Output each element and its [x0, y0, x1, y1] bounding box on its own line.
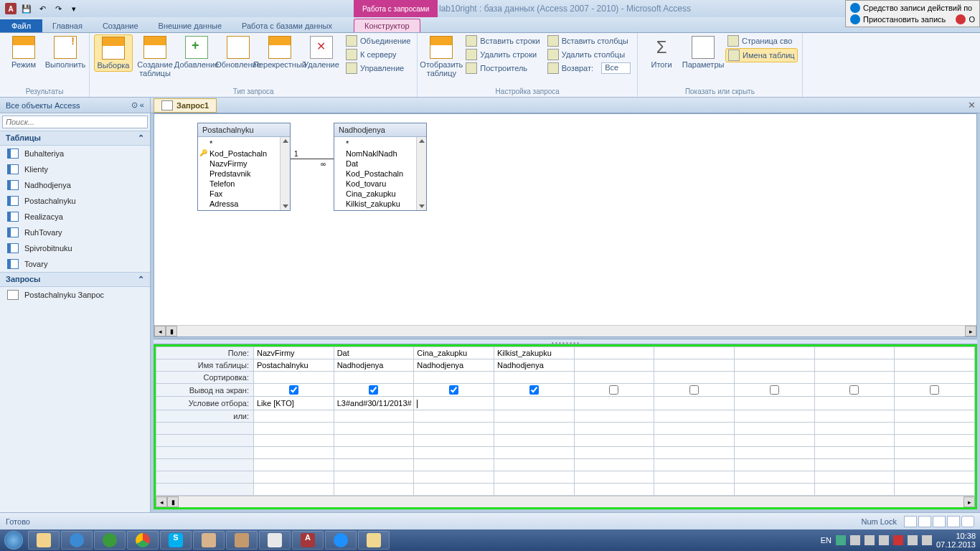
- show-checkbox[interactable]: [369, 385, 378, 395]
- qbe-cell[interactable]: [895, 434, 975, 446]
- field-row[interactable]: *: [336, 138, 425, 149]
- qbe-cell[interactable]: [574, 347, 654, 359]
- crosstab-button[interactable]: Перекрестный: [260, 34, 299, 70]
- qbe-cell[interactable]: [734, 422, 814, 434]
- undo-icon[interactable]: ↶: [36, 2, 49, 15]
- qbe-cell[interactable]: [814, 397, 895, 410]
- field-row[interactable]: Kod_Postachaln: [336, 169, 425, 179]
- qbe-cell[interactable]: [814, 471, 895, 483]
- tray-icon[interactable]: [879, 535, 889, 545]
- tray-icon[interactable]: [850, 535, 860, 545]
- show-checkbox[interactable]: [770, 385, 779, 395]
- qbe-cell[interactable]: [414, 458, 494, 471]
- doc-tab-query1[interactable]: Запрос1: [154, 98, 217, 113]
- update-button[interactable]: Обновление: [219, 34, 258, 70]
- qbe-cell[interactable]: [574, 446, 654, 458]
- qbe-cell[interactable]: [814, 359, 895, 372]
- qbe-cell[interactable]: [574, 458, 654, 471]
- qbe-cell[interactable]: [494, 422, 574, 434]
- field-row[interactable]: *: [199, 138, 288, 149]
- field-row[interactable]: Adressa: [199, 199, 288, 209]
- qbe-cell[interactable]: [414, 410, 494, 422]
- redo-icon[interactable]: ↷: [52, 2, 65, 15]
- qbe-cell[interactable]: [814, 446, 895, 458]
- qbe-cell[interactable]: [334, 458, 414, 471]
- qbe-cell[interactable]: [734, 347, 814, 359]
- show-checkbox[interactable]: [529, 385, 539, 395]
- field-list-nadhodjenya[interactable]: Nadhodjenya *NomNaklNadhDatKod_Postachal…: [334, 123, 427, 211]
- nav-table-item[interactable]: Nadhodjenya: [0, 177, 150, 193]
- tab-db-tools[interactable]: Работа с базами данных: [232, 19, 342, 32]
- scrollbar[interactable]: [280, 137, 290, 210]
- qbe-cell[interactable]: [734, 483, 814, 495]
- nav-table-item[interactable]: Realizacya: [0, 209, 150, 225]
- tray-icon[interactable]: [864, 535, 875, 545]
- qbe-cell[interactable]: [895, 384, 975, 397]
- qbe-cell[interactable]: [414, 483, 494, 495]
- qbe-cell[interactable]: [334, 434, 414, 446]
- close-document-icon[interactable]: ✕: [968, 100, 976, 110]
- qbe-cell[interactable]: [254, 446, 334, 458]
- qbe-cell[interactable]: [734, 471, 814, 483]
- qbe-cell[interactable]: [574, 359, 654, 372]
- qbe-cell[interactable]: [254, 434, 334, 446]
- task-paint[interactable]: [358, 531, 390, 550]
- qbe-cell[interactable]: [414, 471, 494, 483]
- make-table-button[interactable]: Создание таблицы: [136, 34, 174, 79]
- clock[interactable]: 10:38 07.12.2013: [936, 532, 976, 549]
- nav-section-tables[interactable]: Таблицы⌃: [0, 131, 150, 146]
- qbe-cell[interactable]: [334, 471, 414, 483]
- scroll-right-icon[interactable]: ▸: [963, 496, 975, 507]
- qbe-cell[interactable]: [574, 410, 654, 422]
- field-row[interactable]: Kod_tovaru: [336, 179, 425, 189]
- qbe-cell[interactable]: [895, 458, 975, 471]
- qbe-cell[interactable]: [254, 483, 334, 495]
- tab-home[interactable]: Главная: [42, 19, 93, 32]
- field-row[interactable]: Kod_Postachaln: [199, 149, 288, 159]
- qbe-cell[interactable]: [254, 458, 334, 471]
- relationship-line[interactable]: [291, 159, 334, 159]
- task-app4[interactable]: [259, 531, 291, 550]
- search-input[interactable]: [2, 116, 148, 128]
- qbe-cell[interactable]: [814, 422, 895, 434]
- task-skype[interactable]: S: [160, 531, 192, 550]
- builder-button[interactable]: Построитель: [463, 62, 542, 75]
- qbe-cell[interactable]: [734, 384, 814, 397]
- scroll-right-icon[interactable]: ▸: [965, 326, 976, 336]
- scroll-left-icon[interactable]: ◂: [156, 496, 167, 507]
- insert-cols-button[interactable]: Вставить столбцы: [545, 34, 633, 47]
- scroll-left-icon[interactable]: ◂: [154, 326, 166, 336]
- pivot-view-button[interactable]: [918, 516, 931, 527]
- qbe-cell[interactable]: [414, 422, 494, 434]
- qbe-cell[interactable]: [334, 422, 414, 434]
- qbe-cell[interactable]: [895, 483, 975, 495]
- qbe-cell[interactable]: [414, 446, 494, 458]
- delete-rows-button[interactable]: Удалить строки: [463, 48, 542, 61]
- task-app3[interactable]: [226, 531, 258, 550]
- show-table-button[interactable]: Отобразить таблицу: [422, 34, 461, 79]
- table-names-button[interactable]: Имена таблиц: [725, 48, 798, 62]
- qbe-cell[interactable]: [654, 446, 735, 458]
- qbe-cell[interactable]: [734, 372, 814, 384]
- field-row[interactable]: Dat: [336, 159, 425, 169]
- task-ie[interactable]: [325, 531, 357, 550]
- insert-rows-button[interactable]: Вставить строки: [463, 34, 542, 47]
- qbe-cell[interactable]: [895, 471, 975, 483]
- return-value[interactable]: Все: [601, 62, 631, 74]
- qbe-cell[interactable]: Cina_zakupku: [414, 347, 494, 359]
- qbe-cell[interactable]: Dat: [334, 347, 414, 359]
- qat-dropdown-icon[interactable]: ▾: [67, 2, 80, 15]
- qbe-cell[interactable]: [734, 410, 814, 422]
- sql-view-button[interactable]: [947, 516, 960, 527]
- totals-button[interactable]: ΣИтоги: [642, 34, 681, 70]
- tab-create[interactable]: Создание: [93, 19, 149, 32]
- qbe-cell[interactable]: [574, 397, 654, 410]
- qbe-cell[interactable]: [895, 359, 975, 372]
- qbe-cell[interactable]: [654, 410, 735, 422]
- qbe-cell[interactable]: [895, 397, 975, 410]
- qbe-cell[interactable]: [494, 397, 574, 410]
- field-list-title[interactable]: Postachalnyku: [198, 123, 290, 137]
- show-checkbox[interactable]: [689, 385, 699, 395]
- qbe-cell[interactable]: Nadhodjenya: [414, 359, 494, 372]
- tab-external-data[interactable]: Внешние данные: [149, 19, 232, 32]
